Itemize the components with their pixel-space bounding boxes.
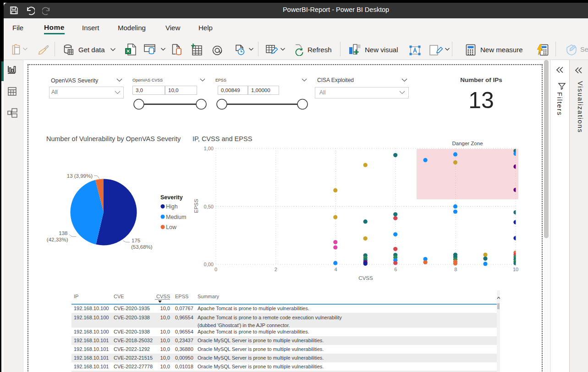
svg-text:Medium: Medium (166, 214, 186, 220)
svg-text:8: 8 (454, 267, 457, 272)
svg-text:1,00: 1,00 (204, 146, 214, 151)
svg-text:(53,68%): (53,68%) (131, 244, 153, 250)
svg-text:0: 0 (214, 267, 217, 272)
svg-text:2: 2 (275, 267, 277, 272)
svg-text:EPSS: EPSS (193, 199, 199, 213)
svg-text:High: High (166, 203, 178, 210)
svg-text:0,50: 0,50 (204, 204, 214, 209)
svg-text:175: 175 (132, 238, 140, 243)
svg-text:CVSS: CVSS (358, 275, 373, 281)
svg-text:(42,33%): (42,33%) (47, 237, 68, 242)
svg-text:13 (3,99%): 13 (3,99%) (67, 173, 93, 179)
svg-text:Low: Low (166, 224, 177, 230)
svg-text:6: 6 (394, 267, 397, 272)
svg-text:0,00: 0,00 (204, 262, 214, 267)
svg-text:138: 138 (59, 230, 67, 236)
svg-text:Severity: Severity (160, 194, 183, 201)
svg-text:10: 10 (513, 267, 518, 272)
svg-text:4: 4 (335, 267, 337, 272)
svg-text:Danger Zone: Danger Zone (452, 141, 483, 146)
